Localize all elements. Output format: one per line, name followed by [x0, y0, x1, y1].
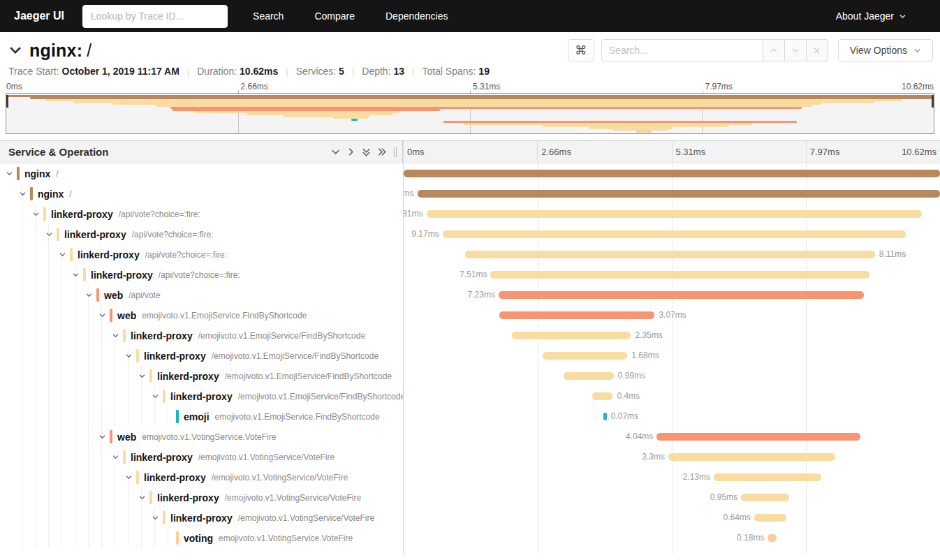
trace-minimap[interactable] [6, 93, 934, 134]
span-duration-bar[interactable] [564, 372, 614, 380]
span-duration-bar[interactable] [443, 230, 906, 238]
span-tree-row[interactable]: nginx/ [0, 163, 403, 184]
indent-guide [35, 487, 36, 508]
span-collapse-chevron-icon[interactable] [110, 452, 121, 462]
span-duration-bar[interactable] [512, 332, 631, 339]
span-tree-row[interactable]: nginx/ [0, 184, 403, 204]
span-bar-row[interactable] [404, 163, 940, 184]
search-next-button[interactable] [785, 39, 807, 61]
span-collapse-chevron-icon[interactable] [4, 168, 15, 179]
nav-item-compare[interactable]: Compare [314, 10, 355, 22]
span-tree-row[interactable]: linkerd-proxy/emojivoto.v1.EmojiService/… [0, 366, 403, 386]
column-resizer-grip[interactable] [394, 147, 397, 157]
span-bar-row[interactable]: 9.17ms [404, 224, 940, 244]
span-collapse-chevron-icon[interactable] [137, 492, 147, 503]
span-duration-bar[interactable] [499, 311, 654, 319]
span-tree-row[interactable]: linkerd-proxy/emojivoto.v1.VotingService… [0, 447, 403, 467]
search-prev-button[interactable] [763, 39, 785, 61]
span-bar-row[interactable]: 4.04ms [404, 427, 940, 447]
collapse-all-icon[interactable] [361, 147, 372, 157]
span-tree-row[interactable]: linkerd-proxy/emojivoto.v1.EmojiService/… [0, 346, 403, 366]
span-bar-row[interactable]: 0.95ms [404, 487, 940, 508]
search-clear-button[interactable] [807, 39, 828, 61]
span-tree-row[interactable]: linkerd-proxy/emojivoto.v1.VotingService… [0, 508, 403, 528]
expand-one-icon[interactable] [346, 147, 356, 157]
span-duration-bar[interactable] [404, 170, 940, 177]
span-duration-bar[interactable] [499, 291, 864, 299]
span-collapse-chevron-icon[interactable] [150, 513, 161, 523]
span-collapse-chevron-icon[interactable] [17, 189, 28, 199]
span-bar-row[interactable]: 7.23ms [404, 285, 940, 305]
span-duration-bar[interactable] [754, 514, 786, 522]
span-bar-row[interactable]: 2.35ms [404, 325, 940, 346]
span-duration-bar[interactable] [603, 413, 607, 420]
span-duration-bar[interactable] [418, 190, 940, 198]
span-bar-row[interactable]: 0.07ms [404, 406, 940, 427]
span-tree-row[interactable]: web/api/vote [0, 285, 403, 305]
span-bar-row[interactable]: 3.07ms [404, 305, 940, 325]
indent-guide [75, 528, 75, 548]
span-duration-bar[interactable] [741, 494, 789, 501]
viewport-left-handle[interactable] [6, 95, 8, 108]
span-tree-row[interactable]: linkerd-proxy/emojivoto.v1.EmojiService/… [0, 325, 403, 346]
span-tree-row[interactable]: webemojivoto.v1.VotingService.VoteFire [0, 427, 403, 447]
span-bar-row[interactable]: 0.18ms [404, 528, 940, 548]
span-duration-bar[interactable] [465, 251, 874, 258]
span-bar-row[interactable]: 0.4ms [404, 386, 940, 406]
span-bar-row[interactable]: 7.51ms [404, 265, 940, 285]
span-duration-bar[interactable] [490, 271, 869, 279]
span-collapse-chevron-icon[interactable] [124, 351, 134, 361]
span-tree-row[interactable]: linkerd-proxy/emojivoto.v1.VotingService… [0, 467, 403, 487]
about-jaeger-menu[interactable]: About Jaeger [836, 10, 926, 22]
viewport-right-handle[interactable] [932, 95, 934, 108]
span-bar-row[interactable]: 2.13ms [404, 467, 940, 487]
span-duration-bar[interactable] [714, 473, 821, 481]
span-tree-row[interactable]: votingemojivoto.v1.VotingService.VoteFir… [0, 528, 403, 548]
span-duration-bar[interactable] [592, 392, 612, 400]
span-search-input[interactable] [601, 39, 763, 61]
nav-item-search[interactable]: Search [253, 10, 284, 22]
span-collapse-chevron-icon[interactable] [71, 270, 81, 280]
span-bar-row[interactable]: 0.64ms [404, 508, 940, 528]
view-options-button[interactable]: View Options [838, 39, 933, 61]
trace-collapse-chevron-icon[interactable] [8, 43, 22, 57]
span-collapse-chevron-icon[interactable] [97, 310, 108, 320]
indent-guide [22, 366, 22, 386]
span-collapse-chevron-icon[interactable] [110, 330, 121, 341]
keyboard-shortcuts-button[interactable]: ⌘ [568, 39, 594, 61]
span-tree-row[interactable]: linkerd-proxy/api/vote?choice=:fire: [0, 244, 403, 265]
span-collapse-chevron-icon[interactable] [150, 391, 161, 401]
span-collapse-chevron-icon[interactable] [137, 371, 147, 381]
collapse-one-icon[interactable] [330, 147, 341, 157]
meta-item: Duration: 10.62ms [197, 66, 278, 77]
span-duration-bar[interactable] [656, 433, 860, 441]
span-tree-row[interactable]: linkerd-proxy/emojivoto.v1.VotingService… [0, 487, 403, 508]
indent-guide [115, 487, 115, 508]
span-collapse-chevron-icon[interactable] [44, 229, 54, 240]
span-tree-row[interactable]: emojiemojivoto.v1.EmojiService.FindBySho… [0, 406, 403, 427]
nav-item-dependencies[interactable]: Dependencies [385, 10, 448, 22]
span-tree-row[interactable]: webemojivoto.v1.EmojiService.FindByShort… [0, 305, 403, 325]
span-bar-row[interactable]: 0.99ms [404, 366, 940, 386]
span-tree-row[interactable]: linkerd-proxy/api/vote?choice=:fire: [0, 204, 403, 224]
span-tree-row[interactable]: linkerd-proxy/api/vote?choice=:fire: [0, 265, 403, 285]
span-duration-bar[interactable] [668, 453, 835, 461]
span-bar-row[interactable]: 9.81ms [404, 204, 940, 224]
span-bar-row[interactable]: 1.68ms [404, 346, 940, 366]
span-collapse-chevron-icon[interactable] [97, 432, 108, 442]
span-tree-row[interactable]: linkerd-proxy/emojivoto.v1.EmojiService/… [0, 386, 403, 406]
span-bar-row[interactable]: 3.3ms [404, 447, 940, 467]
span-collapse-chevron-icon[interactable] [57, 249, 68, 260]
span-collapse-chevron-icon[interactable] [124, 472, 134, 482]
span-duration-bar[interactable] [543, 352, 627, 360]
span-bar-row[interactable]: 8.11ms [404, 244, 940, 265]
trace-id-lookup-input[interactable] [82, 5, 228, 28]
span-tree-row[interactable]: linkerd-proxy/api/vote?choice=:fire: [0, 224, 403, 244]
span-duration-bar[interactable] [768, 534, 777, 542]
span-bar-row[interactable]: 10.35ms [404, 184, 940, 204]
span-duration-bar[interactable] [427, 210, 922, 218]
expand-all-icon[interactable] [376, 147, 387, 157]
service-color-bar [149, 369, 152, 383]
span-collapse-chevron-icon[interactable] [31, 209, 41, 219]
span-collapse-chevron-icon[interactable] [84, 290, 94, 300]
